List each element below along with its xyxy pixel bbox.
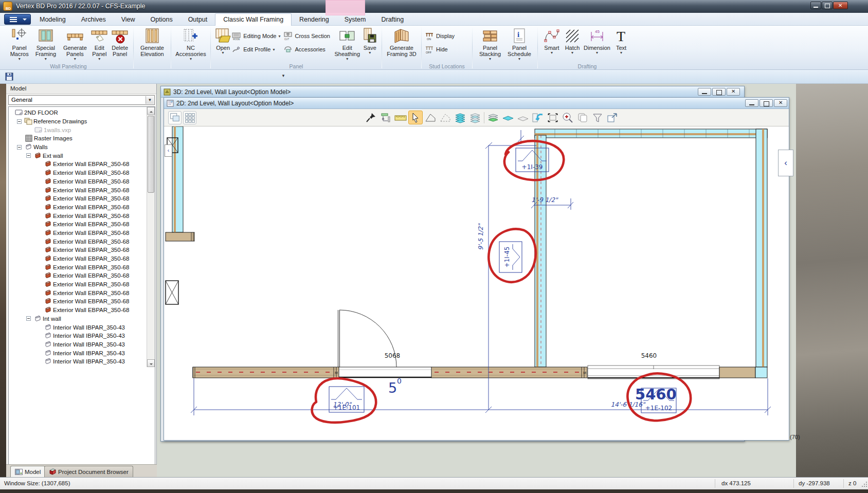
collapse-expander-icon[interactable] (17, 119, 22, 124)
accessories-button[interactable]: Accessories (283, 45, 330, 54)
special-framing-button[interactable]: Special Framing▾ (32, 27, 59, 61)
smart-button[interactable]: Smart▾ (541, 27, 563, 54)
transform-tool[interactable] (378, 111, 393, 124)
pin-tool[interactable] (364, 111, 378, 124)
panel-schedule-button[interactable]: i Panel Schedule▾ (504, 27, 534, 61)
wall-top[interactable] (535, 129, 767, 138)
edit-sheathing-button[interactable]: Edit Sheathing▾ (333, 27, 361, 61)
stud-display-button[interactable]: ON Display (425, 31, 455, 41)
maximize-button[interactable] (822, 2, 833, 9)
tree-item-exterior-wall[interactable]: Exterior Wall EBPAR_350-68 (44, 263, 155, 271)
tree-item-floor[interactable]: 2ND FLOOR (15, 108, 155, 117)
tree-item-int-wall-group[interactable]: Int wall (26, 315, 155, 323)
tree-item-exterior-wall[interactable]: Exterior Wall EBPAR_350-68 (44, 177, 155, 186)
maximize-button[interactable] (760, 99, 773, 107)
tree-item-interior-wall[interactable]: Interior Wall IBPAR_350-43 (44, 340, 155, 349)
scroll-down-arrow[interactable] (147, 359, 155, 367)
tree-item-ext-wall-group[interactable]: Ext wall (26, 151, 155, 160)
minimize-button[interactable] (810, 2, 821, 9)
minimize-button[interactable] (745, 99, 758, 107)
tab-drafting[interactable]: Drafting (373, 14, 411, 26)
tree-item-exterior-wall[interactable]: Exterior Wall EBPAR_350-68 (44, 229, 155, 238)
collapse-expander-icon[interactable] (17, 145, 22, 150)
tree-item-interior-wall[interactable]: Interior Wall IBPAR_350-43 (44, 357, 155, 366)
panel-marker-1I-45[interactable] (499, 242, 522, 272)
tab-system[interactable]: System (337, 14, 374, 26)
generate-framing-3d-button[interactable]: Generate Framing 3D (385, 27, 418, 57)
resize-grip[interactable] (861, 482, 867, 488)
tree-item-exterior-wall[interactable]: Exterior Wall EBPAR_350-68 (44, 280, 155, 289)
scroll-thumb[interactable] (148, 116, 154, 193)
zoom-in-tool[interactable] (560, 111, 575, 124)
select-tool[interactable] (408, 111, 423, 124)
tree-item-interior-wall[interactable]: Interior Wall IBPAR_350-43 (44, 332, 155, 340)
close-button[interactable] (727, 88, 740, 96)
drawing-canvas[interactable]: M M (164, 126, 789, 440)
dimension-button[interactable]: 45 Dimension▾ (582, 27, 612, 54)
generate-panels-button[interactable]: Generate Panels▾ (61, 27, 89, 61)
tree-item-exterior-wall[interactable]: Exterior Wall EBPAR_350-68 (44, 246, 155, 254)
tree-item-exterior-wall[interactable]: Exterior Wall EBPAR_350-68 (44, 203, 155, 212)
text-button[interactable]: T Text▾ (612, 27, 630, 54)
app-menu-button[interactable] (4, 14, 31, 25)
tree-item-interior-wall[interactable]: Interior Wall IBPAR_350-43 (44, 349, 155, 357)
collapse-expander-icon[interactable] (26, 153, 31, 158)
tree-item-exterior-wall[interactable]: Exterior Wall EBPAR_350-68 (44, 254, 155, 263)
tree-item-exterior-wall[interactable]: Exterior Wall EBPAR_350-68 (44, 306, 155, 315)
layer-flat-gray-tool[interactable] (516, 111, 530, 124)
tree-item-exterior-wall[interactable]: Exterior Wall EBPAR_350-68 (44, 297, 155, 306)
tree-item-exterior-wall[interactable]: Exterior Wall EBPAR_350-68 (44, 237, 155, 246)
tile-windows-icon[interactable] (183, 111, 196, 124)
tab-model[interactable]: Model (10, 466, 45, 477)
maximize-button[interactable] (712, 88, 726, 96)
tab-rendering[interactable]: Rendering (292, 14, 337, 26)
layers-green-tool[interactable] (486, 111, 500, 124)
tree-item-reference-file[interactable]: 1walls.vxp (34, 125, 155, 134)
wall-right[interactable] (756, 129, 767, 367)
tab-project-document-browser[interactable]: Project Document Browser (44, 466, 133, 477)
pan-arrow-box-left[interactable]: ‹ (165, 144, 172, 157)
pan-arrow-box-right[interactable]: ‹ (778, 150, 793, 176)
tree-item-exterior-wall[interactable]: Exterior Wall EBPAR_350-68 (44, 160, 155, 169)
close-button[interactable] (833, 2, 848, 9)
collapse-expander-icon[interactable] (26, 316, 31, 321)
tree-scrollbar[interactable] (147, 107, 155, 367)
tab-modeling[interactable]: Modeling (32, 14, 74, 26)
filter-tool[interactable] (590, 111, 605, 124)
wall-left-fragment[interactable] (166, 126, 194, 241)
tab-view[interactable]: View (114, 14, 143, 26)
tree-item-exterior-wall[interactable]: Exterior Wall EBPAR_350-68 (44, 211, 155, 220)
tree-item-exterior-wall[interactable]: Exterior Wall EBPAR_350-68 (44, 288, 155, 297)
close-button[interactable] (774, 99, 787, 107)
marquee-tool[interactable] (546, 111, 560, 124)
layer-flat-tool[interactable] (501, 111, 515, 124)
tree-item-exterior-wall[interactable]: Exterior Wall EBPAR_350-68 (44, 220, 155, 229)
stud-hide-button[interactable]: OFF Hide (425, 45, 455, 54)
tree-item-walls[interactable]: Walls (17, 143, 155, 152)
tab-classic-wall-framing[interactable]: Classic Wall Framing (215, 13, 292, 26)
polygon-dashed-tool[interactable] (438, 111, 453, 124)
panel-collapse-chevron[interactable]: ▾ (279, 73, 287, 80)
tree-item-reference-drawings[interactable]: Reference Drawings (17, 117, 155, 126)
generate-elevation-button[interactable]: Generate Elevation (137, 27, 168, 57)
minimize-button[interactable] (698, 88, 711, 96)
save-button[interactable]: Save▾ (361, 27, 378, 54)
tree-item-exterior-wall[interactable]: Exterior Wall EBPAR_350-68 (44, 169, 155, 177)
tree-item-interior-wall[interactable]: Interior Wall IBPAR_350-43 (44, 323, 155, 332)
edit-profile-button[interactable]: Edit Profile▾ (232, 45, 280, 54)
polygon-tool[interactable] (423, 111, 438, 124)
panel-macros-button[interactable]: Panel Macros▾ (7, 27, 32, 61)
tree-item-exterior-wall[interactable]: Exterior Wall EBPAR_350-68 (44, 271, 155, 280)
tab-output[interactable]: Output (180, 14, 215, 26)
open-button[interactable]: Open▾ (214, 27, 232, 54)
export-view-tool[interactable] (605, 111, 620, 124)
cascade-windows-icon[interactable] (168, 111, 182, 124)
undo-wall-tool[interactable] (531, 111, 545, 124)
editing-mode-button[interactable]: MODE Editing Mode▾ (232, 31, 280, 41)
tab-archives[interactable]: Archives (74, 14, 114, 26)
panel-stacking-button[interactable]: Panel Stacking▾ (476, 27, 504, 61)
scroll-up-arrow[interactable] (147, 107, 155, 115)
window-2d-titlebar[interactable]: 2D: 2nd Level, Wall Layout<Option Model> (164, 98, 789, 109)
measure-tool[interactable] (393, 111, 408, 124)
tab-options[interactable]: Options (143, 14, 180, 26)
